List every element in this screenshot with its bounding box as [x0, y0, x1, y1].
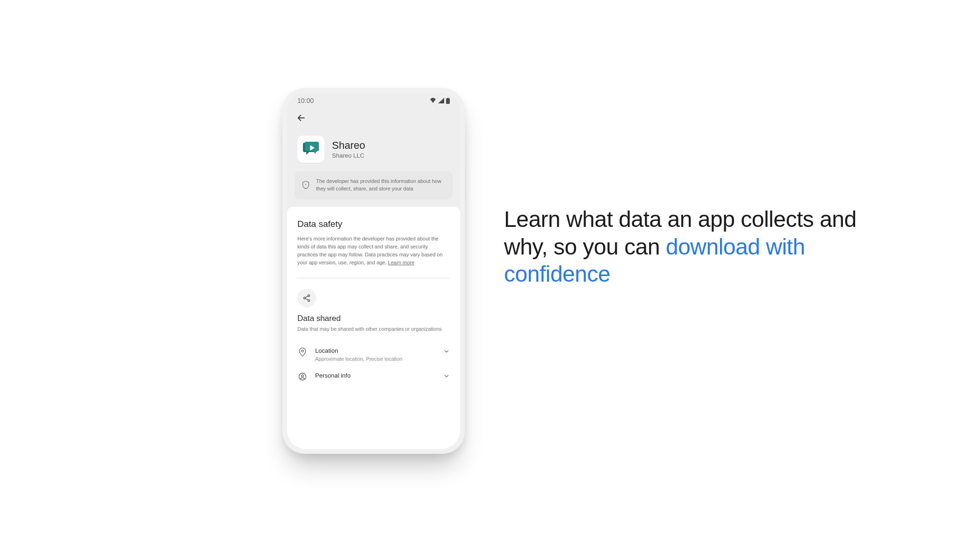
shareo-logo-icon — [302, 140, 320, 159]
divider — [297, 278, 450, 278]
status-bar: 10:00 — [287, 93, 460, 109]
wifi-icon — [430, 98, 436, 103]
svg-line-8 — [305, 296, 308, 298]
phone-device-frame: 10:00 — [282, 88, 465, 454]
svg-point-4 — [305, 184, 306, 185]
app-name: Shareo — [332, 139, 365, 151]
content-sheet: Data safety Here's more information the … — [287, 207, 460, 449]
data-row-personal-info[interactable]: Personal info — [297, 362, 450, 381]
status-icons — [430, 98, 450, 104]
status-time: 10:00 — [297, 97, 314, 104]
app-header: Shareo Shareo LLC — [287, 129, 460, 171]
developer-notice: The developer has provided this informat… — [295, 171, 453, 199]
person-circle-icon — [298, 372, 307, 381]
app-developer[interactable]: Shareo LLC — [332, 152, 365, 159]
share-icon-circle — [297, 289, 316, 307]
data-shared-subtitle: Data that may be shared with other compa… — [297, 325, 450, 333]
learn-more-link[interactable]: Learn more — [388, 260, 414, 265]
row-title: Personal info — [315, 372, 436, 379]
battery-icon — [446, 98, 450, 104]
svg-line-9 — [305, 298, 308, 300]
app-icon — [297, 136, 324, 163]
row-sub: Approximate location, Precise location — [315, 356, 436, 362]
row-title: Location — [315, 347, 436, 354]
data-row-location[interactable]: Location Approximate location, Precise l… — [297, 340, 450, 362]
data-safety-body: Here's more information the developer ha… — [297, 235, 450, 267]
phone-screen: 10:00 — [287, 93, 460, 449]
back-button[interactable] — [294, 110, 309, 125]
app-bar — [287, 109, 460, 129]
chevron-down-icon — [443, 348, 450, 355]
data-shared-title: Data shared — [297, 314, 450, 323]
svg-point-12 — [302, 374, 304, 377]
developer-notice-text: The developer has provided this informat… — [316, 178, 445, 193]
signal-icon — [438, 98, 444, 103]
svg-point-6 — [304, 297, 306, 299]
chevron-down-icon — [443, 373, 450, 379]
location-pin-icon — [299, 348, 306, 357]
marketing-headline: Learn what data an app collects and why,… — [504, 206, 859, 288]
arrow-left-icon — [296, 113, 306, 123]
share-icon — [303, 294, 311, 302]
svg-point-7 — [308, 299, 310, 301]
svg-point-10 — [302, 350, 303, 352]
data-safety-title: Data safety — [297, 219, 450, 229]
shield-icon — [302, 181, 310, 189]
svg-rect-0 — [446, 98, 450, 104]
svg-rect-1 — [447, 98, 449, 99]
svg-point-5 — [308, 295, 310, 297]
